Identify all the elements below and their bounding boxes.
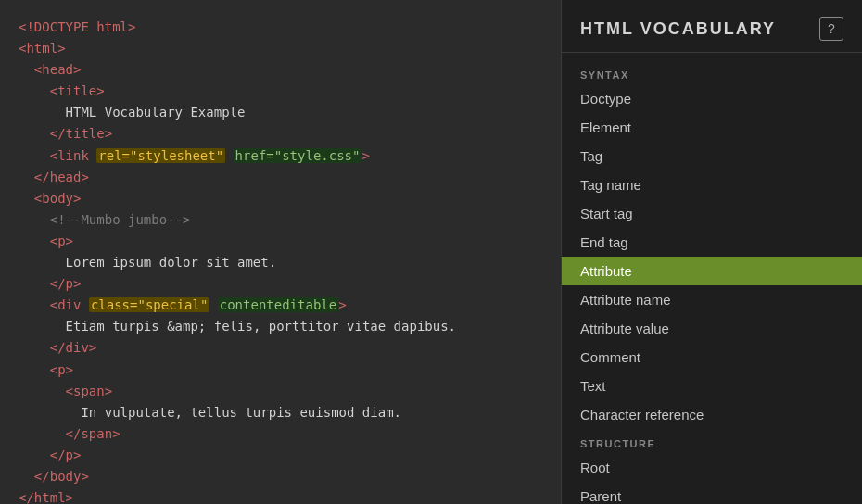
vocab-item-tag[interactable]: Tag: [562, 142, 862, 170]
vocab-item-attribute[interactable]: Attribute: [562, 257, 862, 285]
section-label-structure: STRUCTURE: [562, 429, 862, 453]
vocab-help-button[interactable]: ?: [819, 17, 843, 41]
vocab-header: HTML VOCABULARY ?: [562, 0, 862, 53]
vocab-title: HTML VOCABULARY: [580, 19, 776, 39]
code-line: <html>: [19, 41, 66, 56]
vocab-item-start-tag[interactable]: Start tag: [562, 199, 862, 228]
vocab-item-character-reference[interactable]: Character reference: [562, 400, 862, 429]
vocab-list: SYNTAX Doctype Element Tag Tag name Star…: [562, 53, 862, 504]
vocab-item-attribute-value[interactable]: Attribute value: [562, 314, 862, 343]
vocab-item-doctype[interactable]: Doctype: [562, 84, 862, 113]
vocab-panel: HTML VOCABULARY ? SYNTAX Doctype Element…: [561, 0, 862, 504]
code-editor: <!DOCTYPE html> <html> <head> <title> HT…: [0, 0, 561, 504]
vocab-item-root[interactable]: Root: [562, 453, 862, 482]
vocab-item-attribute-name[interactable]: Attribute name: [562, 285, 862, 314]
code-line-doctype: <!DOCTYPE html>: [19, 19, 135, 34]
vocab-item-comment[interactable]: Comment: [562, 343, 862, 372]
vocab-item-tag-name[interactable]: Tag name: [562, 170, 862, 199]
vocab-item-text[interactable]: Text: [562, 372, 862, 400]
vocab-item-element[interactable]: Element: [562, 113, 862, 142]
section-label-syntax: SYNTAX: [562, 60, 862, 84]
vocab-item-end-tag[interactable]: End tag: [562, 228, 862, 257]
vocab-item-parent[interactable]: Parent: [562, 482, 862, 504]
